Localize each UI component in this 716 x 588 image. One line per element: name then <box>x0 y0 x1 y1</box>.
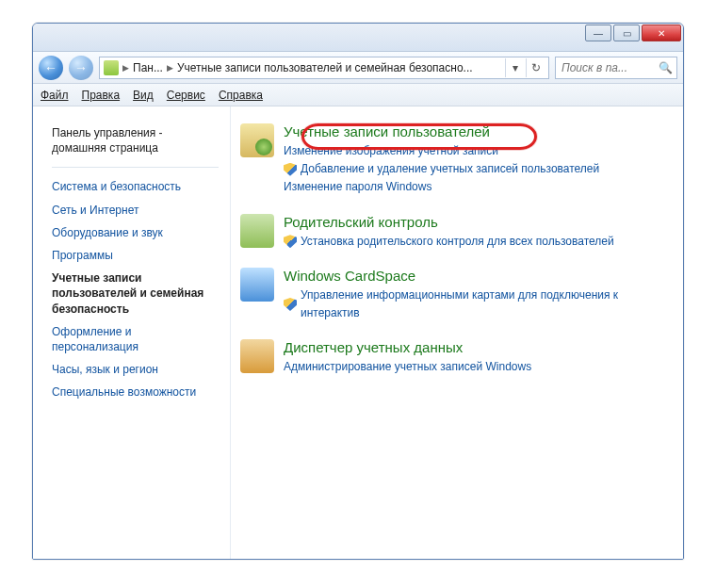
sidebar-item-accessibility[interactable]: Специальные возможности <box>52 381 219 403</box>
user-accounts-icon <box>240 123 274 157</box>
sidebar: Панель управления - домашняя страница Си… <box>33 106 231 559</box>
cardspace-icon <box>240 268 274 302</box>
sidebar-item-network[interactable]: Сеть и Интернет <box>52 199 219 221</box>
breadcrumb-dropdown[interactable]: ▾ <box>505 58 524 77</box>
search-icon: 🔍 <box>659 61 673 74</box>
control-panel-window: — ▭ ✕ ← → ▶ Пан... ▶ Учетные записи поль… <box>32 23 684 560</box>
menu-help[interactable]: Справка <box>219 89 263 102</box>
sidebar-item-current: Учетные записи пользователей и семейная … <box>52 267 219 320</box>
back-button[interactable]: ← <box>39 56 63 80</box>
chevron-right-icon: ▶ <box>165 63 175 73</box>
link-manage-cardspace[interactable]: Управление информационными картами для п… <box>301 286 674 322</box>
search-input[interactable] <box>560 60 655 75</box>
breadcrumb[interactable]: ▶ Пан... ▶ Учетные записи пользователей … <box>99 57 549 79</box>
shield-icon <box>284 235 297 248</box>
content-area: Учетные записи пользователей Изменение и… <box>231 106 683 559</box>
control-panel-icon <box>104 60 119 75</box>
maximize-button[interactable]: ▭ <box>613 24 640 41</box>
section-cardspace: Windows CardSpace Управление информацион… <box>240 268 674 322</box>
navbar: ← → ▶ Пан... ▶ Учетные записи пользовате… <box>33 52 683 84</box>
link-add-remove-accounts[interactable]: Добавление и удаление учетных записей по… <box>301 160 599 178</box>
section-user-accounts: Учетные записи пользователей Изменение и… <box>240 123 674 197</box>
menu-edit[interactable]: Правка <box>82 89 121 102</box>
breadcrumb-current[interactable]: Учетные записи пользователей и семейная … <box>177 61 473 74</box>
breadcrumb-root[interactable]: Пан... <box>133 61 163 74</box>
sidebar-item-appearance[interactable]: Оформление и персонализация <box>52 320 219 358</box>
menu-file[interactable]: Файл <box>41 89 69 102</box>
menu-view[interactable]: Вид <box>133 89 154 102</box>
sidebar-item-hardware[interactable]: Оборудование и звук <box>52 221 219 244</box>
search-box[interactable]: 🔍 <box>555 57 677 79</box>
minimize-button[interactable]: — <box>585 24 611 41</box>
shield-icon <box>284 163 297 176</box>
forward-button[interactable]: → <box>69 56 93 80</box>
link-change-account-image[interactable]: Изменение изображения учетной записи <box>284 142 498 160</box>
close-button[interactable]: ✕ <box>642 24 681 41</box>
sidebar-home[interactable]: Панель управления - домашняя страница <box>52 122 219 159</box>
shield-icon <box>284 298 297 311</box>
link-setup-parental-controls[interactable]: Установка родительского контроля для все… <box>301 233 614 251</box>
parental-controls-title[interactable]: Родительский контроль <box>284 214 438 230</box>
link-admin-windows-credentials[interactable]: Администрирование учетных записей Window… <box>284 358 531 376</box>
cardspace-title[interactable]: Windows CardSpace <box>284 268 415 284</box>
sidebar-item-programs[interactable]: Программы <box>52 244 219 267</box>
credential-manager-title[interactable]: Диспетчер учетных данных <box>284 339 463 355</box>
sidebar-item-clock[interactable]: Часы, язык и регион <box>52 358 219 381</box>
section-credential-manager: Диспетчер учетных данных Администрирован… <box>240 339 674 376</box>
refresh-button[interactable]: ↻ <box>526 58 545 77</box>
section-parental-controls: Родительский контроль Установка родитель… <box>240 214 674 251</box>
user-accounts-title[interactable]: Учетные записи пользователей <box>284 123 490 139</box>
menubar: Файл Правка Вид Сервис Справка <box>33 84 683 106</box>
menu-tools[interactable]: Сервис <box>167 89 205 102</box>
credential-manager-icon <box>240 339 274 373</box>
titlebar[interactable]: — ▭ ✕ <box>33 24 683 52</box>
link-change-windows-password[interactable]: Изменение пароля Windows <box>284 178 431 196</box>
chevron-right-icon: ▶ <box>121 63 131 73</box>
sidebar-item-system[interactable]: Система и безопасность <box>52 175 219 198</box>
parental-controls-icon <box>240 214 274 248</box>
